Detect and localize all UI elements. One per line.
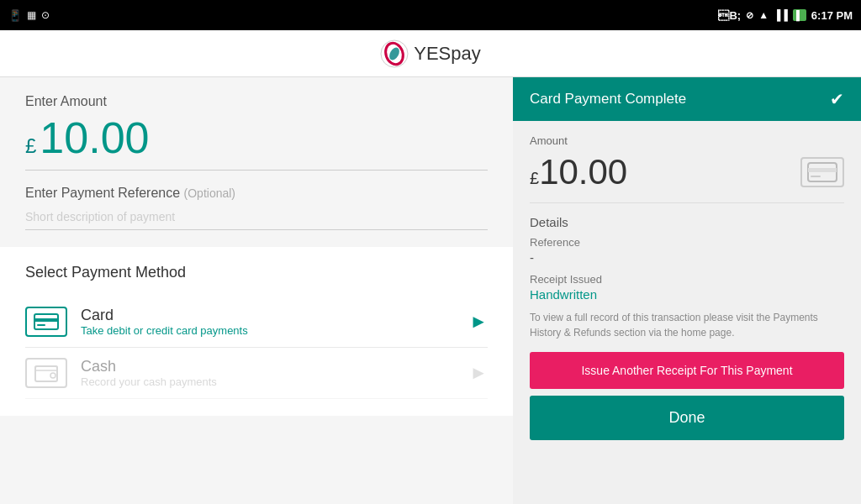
- panel-card-icon-box: [800, 157, 844, 187]
- panel-amount-row: £ 10.00: [530, 152, 844, 192]
- right-panel: Card Payment Complete ✔ Amount £ 10.00: [513, 77, 861, 504]
- left-panel: Enter Amount £ 10.00 Enter Payment Refer…: [0, 77, 513, 504]
- svg-rect-11: [811, 176, 821, 177]
- panel-body: Amount £ 10.00 Details: [513, 121, 861, 504]
- card-arrow-icon: ►: [469, 311, 488, 333]
- timer-icon: ⊙: [41, 9, 50, 21]
- panel-header: Card Payment Complete ✔: [513, 77, 861, 121]
- svg-rect-5: [37, 324, 45, 326]
- check-icon: ✔: [830, 89, 844, 109]
- card-payment-option[interactable]: Card Take debit or credit card payments …: [25, 297, 488, 348]
- enter-amount-label: Enter Amount: [25, 94, 488, 109]
- svg-rect-4: [34, 318, 58, 322]
- wifi-icon: ▲: [758, 9, 769, 21]
- panel-currency: £: [530, 169, 539, 188]
- app-header: YESpay: [0, 30, 861, 77]
- card-icon-box: [25, 307, 67, 337]
- main-content: Enter Amount £ 10.00 Enter Payment Refer…: [0, 77, 861, 504]
- card-payment-info: Card Take debit or credit card payments: [81, 307, 456, 337]
- issue-receipt-button[interactable]: Issue Another Receipt For This Payment: [530, 352, 844, 389]
- svg-rect-7: [35, 366, 57, 370]
- receipt-issued-label: Receipt Issued: [530, 273, 844, 286]
- panel-amount-display: £ 10.00: [530, 152, 627, 192]
- reference-row-value: -: [530, 250, 844, 265]
- battery-icon: ▌: [793, 9, 806, 21]
- logo: YESpay: [380, 39, 481, 68]
- amount-underline: [25, 170, 488, 171]
- cash-icon-box: [25, 358, 67, 388]
- reference-label: Enter Payment Reference (Optional): [25, 186, 488, 201]
- card-icon: [34, 313, 59, 330]
- svg-rect-10: [808, 168, 837, 172]
- phone-icon: 📱: [8, 9, 22, 22]
- reference-input-area[interactable]: Short description of payment: [25, 204, 488, 230]
- logo-text: YESpay: [414, 43, 481, 65]
- amount-value: 10.00: [40, 116, 149, 160]
- select-method-label: Select Payment Method: [25, 264, 488, 281]
- panel-amount-section: Amount £ 10.00: [530, 134, 844, 203]
- panel-amount-label: Amount: [530, 134, 844, 147]
- done-button[interactable]: Done: [530, 396, 844, 440]
- cash-payment-info: Cash Record your cash payments: [81, 358, 456, 388]
- reference-row-label: Reference: [530, 236, 844, 249]
- cash-arrow-icon: ►: [469, 362, 488, 384]
- cash-icon: [34, 364, 58, 382]
- card-payment-desc: Take debit or credit card payments: [81, 324, 456, 337]
- currency-symbol: £: [25, 134, 36, 158]
- amount-display: £ 10.00: [25, 116, 488, 160]
- receipt-issued-value: Handwritten: [530, 287, 844, 302]
- status-bar: 📱 ▦ ⊙ Β; ⊘ ▲ ▐▐ ▌ 6:17 PM: [0, 0, 861, 30]
- bluetooth-icon: Β;: [718, 9, 741, 22]
- cash-payment-name: Cash: [81, 358, 456, 375]
- card-payment-name: Card: [81, 307, 456, 324]
- svg-point-8: [50, 373, 55, 378]
- reference-placeholder: Short description of payment: [25, 210, 175, 223]
- grid-icon: ▦: [27, 9, 36, 21]
- status-bar-right-icons: Β; ⊘ ▲ ▐▐ ▌ 6:17 PM: [718, 9, 853, 22]
- time-display: 6:17 PM: [811, 9, 853, 22]
- select-method-section: Select Payment Method Card Take debit or…: [0, 247, 513, 416]
- status-bar-left-icons: 📱 ▦ ⊙: [8, 9, 50, 22]
- network-bars-icon: ▐▐: [774, 9, 788, 21]
- details-label: Details: [530, 215, 844, 229]
- panel-card-icon: [807, 162, 837, 182]
- transaction-note: To view a full record of this transactio…: [530, 310, 844, 340]
- cash-payment-desc: Record your cash payments: [81, 375, 456, 388]
- panel-amount-value: 10.00: [539, 152, 627, 192]
- panel-header-title: Card Payment Complete: [530, 91, 686, 108]
- signal-icon: ⊘: [746, 10, 753, 21]
- logo-icon: [380, 39, 409, 68]
- cash-payment-option: Cash Record your cash payments ►: [25, 348, 488, 399]
